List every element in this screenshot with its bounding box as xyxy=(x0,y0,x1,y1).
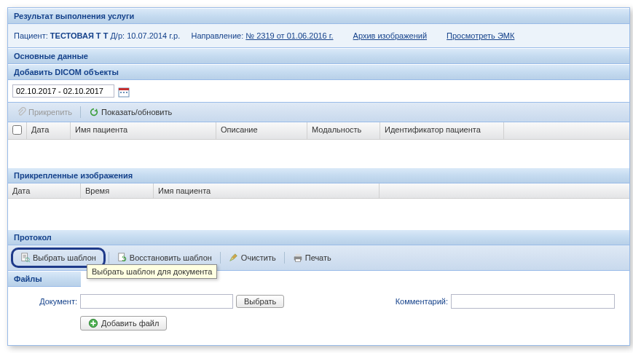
clear-button[interactable]: Очистить xyxy=(224,250,281,265)
dicom-toolbar: Прикрепить Показать/обновить xyxy=(8,103,629,122)
dob-suffix: г.р. xyxy=(169,31,180,40)
add-file-label: Добавить файл xyxy=(101,319,159,328)
col-modality[interactable]: Модальность xyxy=(307,122,380,139)
print-label: Печать xyxy=(305,253,331,262)
patient-label: Пациент: xyxy=(14,31,48,40)
direction-label: Направление: xyxy=(191,31,243,40)
comment-input[interactable] xyxy=(451,294,615,309)
section-dicom[interactable]: Добавить DICOM объекты xyxy=(8,64,629,80)
attach-button: Прикрепить xyxy=(11,105,77,119)
patient-info-bar: Пациент: ТЕСТОВАЯ Т Т Д/р: 10.07.2014 г.… xyxy=(8,24,629,48)
dob-value: 10.07.2014 xyxy=(127,31,167,40)
svg-rect-3 xyxy=(123,92,125,93)
svg-rect-7 xyxy=(119,253,125,261)
protocol-toolbar: Выбрать шаблон Восстановить шаблон Очист… xyxy=(8,245,629,271)
calendar-icon[interactable] xyxy=(118,86,130,98)
dicom-grid-body xyxy=(8,140,629,167)
clear-label: Очистить xyxy=(241,253,276,262)
svg-rect-2 xyxy=(120,92,122,93)
dicom-grid-header: Дата Имя пациента Описание Модальность И… xyxy=(8,122,629,140)
refresh-button[interactable]: Показать/обновить xyxy=(84,105,177,119)
comment-label: Комментарий: xyxy=(396,297,448,306)
direction-link[interactable]: № 2319 от 01.06.2016 г. xyxy=(245,31,333,40)
date-range-input[interactable] xyxy=(12,84,114,98)
svg-rect-1 xyxy=(119,88,129,90)
svg-rect-10 xyxy=(295,259,300,262)
section-attached[interactable]: Прикрепленные изображения xyxy=(8,167,629,183)
section-protocol[interactable]: Протокол xyxy=(8,229,629,245)
refresh-label: Показать/обновить xyxy=(101,108,172,116)
select-template-button[interactable]: Выбрать шаблон xyxy=(15,250,101,265)
printer-icon xyxy=(293,253,303,263)
section-main-data[interactable]: Основные данные xyxy=(8,48,629,64)
document-input[interactable] xyxy=(80,294,233,309)
plus-icon xyxy=(88,318,98,328)
col-date2[interactable]: Дата xyxy=(8,183,81,198)
restore-template-button[interactable]: Восстановить шаблон xyxy=(112,250,217,265)
refresh-icon xyxy=(89,107,99,117)
attach-label: Прикрепить xyxy=(28,108,72,116)
main-panel: Результат выполнения услуги Пациент: ТЕС… xyxy=(7,7,630,346)
template-icon xyxy=(20,253,31,263)
svg-rect-4 xyxy=(126,92,127,93)
col-description[interactable]: Описание xyxy=(216,122,307,139)
files-area: Документ: Выбрать Комментарий: Добавить … xyxy=(8,287,629,345)
col-time[interactable]: Время xyxy=(81,183,154,198)
restore-template-label: Восстановить шаблон xyxy=(130,253,212,262)
restore-icon xyxy=(117,253,127,263)
col-date[interactable]: Дата xyxy=(27,122,71,139)
select-template-label: Выбрать шаблон xyxy=(33,253,96,262)
dob-label: Д/р: xyxy=(110,31,125,40)
attach-icon xyxy=(16,107,26,117)
col-extra2 xyxy=(380,183,629,198)
emk-link[interactable]: Просмотреть ЭМК xyxy=(447,31,514,40)
print-button[interactable]: Печать xyxy=(288,250,337,265)
select-all-checkbox[interactable] xyxy=(12,125,22,135)
date-range-bar xyxy=(8,80,629,103)
col-patient-name2[interactable]: Имя пациента xyxy=(154,183,380,198)
col-extra xyxy=(504,122,629,139)
document-label: Документ: xyxy=(23,297,77,306)
attached-grid-body xyxy=(8,199,629,229)
col-patient-id[interactable]: Идентификатор пациента xyxy=(380,122,504,139)
svg-rect-9 xyxy=(295,254,300,257)
section-files[interactable]: Файлы xyxy=(8,271,81,287)
col-patient-name[interactable]: Имя пациента xyxy=(71,122,216,139)
checkbox-column[interactable] xyxy=(8,122,27,139)
attached-grid-header: Дата Время Имя пациента xyxy=(8,183,629,199)
panel-title: Результат выполнения услуги xyxy=(8,8,629,24)
broom-icon xyxy=(229,253,239,263)
select-file-button[interactable]: Выбрать xyxy=(236,295,284,308)
add-file-button[interactable]: Добавить файл xyxy=(80,316,167,331)
archive-link[interactable]: Архив изображений xyxy=(353,31,427,40)
tooltip: Выбрать шаблон для документа xyxy=(87,264,217,279)
svg-rect-5 xyxy=(22,253,28,261)
patient-name: ТЕСТОВАЯ Т Т xyxy=(50,31,109,40)
